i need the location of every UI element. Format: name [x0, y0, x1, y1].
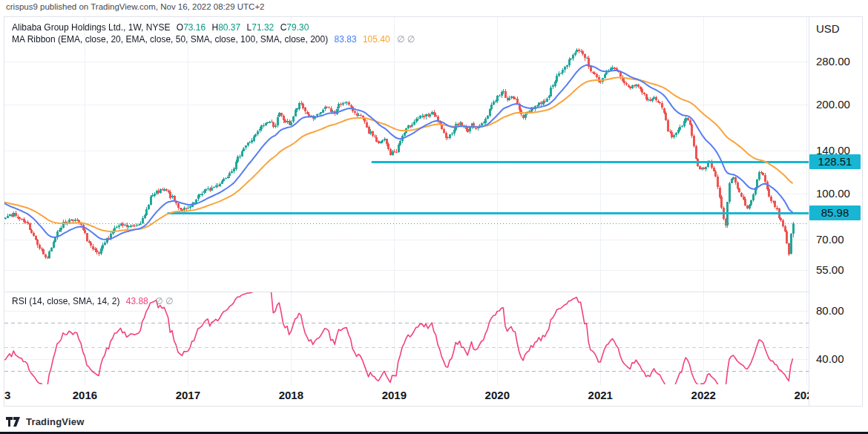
currency-label: USD: [816, 22, 840, 35]
ema50-value: 105.40: [363, 34, 390, 45]
footer: TradingView: [6, 416, 85, 427]
rsi-legend: RSI (14, close, SMA, 14, 2) 43.88 ∅ ∅: [12, 296, 173, 306]
year-tick-label: 3: [4, 389, 10, 401]
chart-frame: Alibaba Group Holdings Ltd., 1W, NYSE O7…: [4, 16, 863, 407]
tradingview-wordmark[interactable]: TradingView: [26, 416, 85, 427]
year-tick-label: 2019: [382, 389, 407, 401]
price-tick-label: 280.00: [816, 55, 850, 68]
price-axis[interactable]: USD 280.00200.00140.00100.0070.0055.0012…: [809, 17, 862, 406]
symbol-title[interactable]: Alibaba Group Holdings Ltd., 1W, NYSE: [12, 22, 170, 33]
rsi-value: 43.88: [126, 296, 148, 306]
low-value: L71.32: [247, 22, 274, 33]
year-tick-label: 2021: [588, 389, 613, 401]
open-value: O73.16: [177, 22, 206, 33]
ma-ribbon-legend: MA Ribbon (EMA, close, 20, EMA, close, 5…: [12, 34, 415, 45]
ma-ribbon-title[interactable]: MA Ribbon (EMA, close, 20, EMA, close, 5…: [12, 34, 328, 45]
ma-empty-values: ∅ ∅: [397, 34, 415, 45]
attribution-text: crispus9 published on TradingView.com, N…: [6, 2, 265, 11]
price-tick-label: 70.00: [816, 233, 844, 246]
rsi-title[interactable]: RSI (14, close, SMA, 14, 2): [12, 296, 119, 306]
year-tick-label: 2023: [795, 389, 809, 401]
price-level-badge: 128.51: [809, 154, 861, 169]
year-tick-label: 2018: [279, 389, 303, 401]
price-level-badge: 85.98: [809, 206, 861, 220]
price-tick-label: 100.00: [816, 187, 850, 200]
price-tick-label: 200.00: [816, 98, 850, 111]
year-tick-label: 2022: [691, 389, 716, 401]
year-tick-label: 2016: [73, 389, 97, 401]
rsi-empty-values: ∅ ∅: [155, 296, 173, 306]
rsi-tick-label: 80.00: [816, 304, 844, 317]
ema20-value: 83.83: [335, 34, 357, 45]
tradingview-logo-icon[interactable]: [6, 417, 21, 427]
close-value: C79.30: [280, 22, 309, 33]
time-axis[interactable]: 320162017201820192020202120222023: [4, 385, 809, 406]
pane-divider[interactable]: [4, 292, 862, 292]
rsi-tick-label: 40.00: [816, 352, 844, 365]
main-legend: Alibaba Group Holdings Ltd., 1W, NYSE O7…: [12, 22, 312, 33]
high-value: H80.37: [212, 22, 241, 33]
screenshot-root: crispus9 published on TradingView.com, N…: [0, 0, 868, 434]
year-tick-label: 2017: [176, 389, 200, 401]
price-tick-label: 55.00: [816, 263, 844, 276]
price-chart-canvas[interactable]: [4, 17, 809, 385]
year-tick-label: 2020: [485, 389, 510, 401]
